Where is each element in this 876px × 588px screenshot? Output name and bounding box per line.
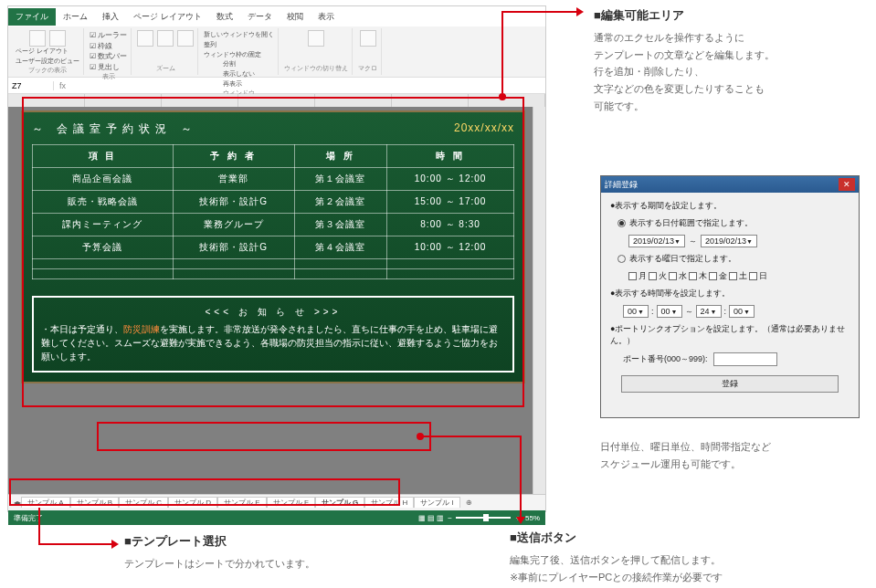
notice-box[interactable]: <<< お 知 ら せ >>> ・本日は予定通り、防災訓練を実施します。非常放送…	[32, 296, 514, 373]
table-cell[interactable]: 商品企画会議	[33, 168, 174, 191]
radio-label: 表示する日付範囲で指定します。	[629, 217, 753, 229]
sheet-tab[interactable]: サンプル A	[21, 497, 70, 508]
hide[interactable]: 表示しない	[223, 69, 255, 79]
weekday-checkbox[interactable]: 日	[749, 270, 767, 282]
arrange[interactable]: 整列	[204, 40, 274, 49]
split[interactable]: 分割	[223, 59, 255, 68]
sheet-tab[interactable]: サンプル I	[414, 497, 459, 508]
namebox[interactable]: Z7	[8, 81, 54, 90]
sheet-tab[interactable]: サンプル C	[119, 497, 168, 508]
radio-date-range[interactable]	[617, 219, 626, 227]
sheet-tab[interactable]: サンプル F	[267, 497, 315, 508]
date-to-combo[interactable]: 2019/02/13▼	[701, 235, 757, 247]
time-to-h[interactable]: 24▼	[696, 305, 722, 318]
table-cell[interactable]: 技術部・設計G	[173, 236, 294, 259]
add-sheet-icon[interactable]: ⊕	[460, 499, 478, 507]
table-cell[interactable]	[173, 259, 294, 269]
table-row[interactable]: 販売・戦略会議技術部・設計G第２会議室15:00 ～ 17:00	[33, 191, 514, 214]
time-from-m[interactable]: 00▼	[657, 305, 682, 318]
table-cell[interactable]	[294, 269, 386, 279]
board-title[interactable]: ～ 会議室予約状況 ～	[32, 121, 197, 137]
weekday-checkbox[interactable]: 水	[669, 270, 687, 282]
table-cell[interactable]: 10:00 ～ 12:00	[387, 236, 514, 259]
sheet-tab[interactable]: サンプル D	[168, 497, 217, 508]
tab-data[interactable]: データ	[240, 8, 280, 26]
tab-home[interactable]: ホーム	[56, 8, 95, 26]
table-cell[interactable]: 課内ミーティング	[33, 214, 174, 236]
port-input[interactable]	[713, 352, 777, 366]
weekday-checkbox[interactable]: 火	[649, 270, 667, 282]
ruler-checkbox[interactable]: ☑ ルーラー	[90, 30, 127, 40]
time-from-h[interactable]: 00▼	[623, 305, 649, 318]
table-cell[interactable]: 第１会議室	[294, 168, 386, 191]
weekday-checkbox[interactable]: 木	[689, 270, 707, 282]
table-cell[interactable]: 営業部	[173, 168, 294, 191]
table-cell[interactable]: 15:00 ～ 17:00	[387, 191, 514, 214]
tab-file[interactable]: ファイル	[8, 8, 56, 26]
formulabar-checkbox[interactable]: ☑ 数式バー	[90, 51, 127, 61]
gridlines-checkbox[interactable]: ☑ 枠線	[90, 41, 127, 51]
macro-icon[interactable]	[360, 30, 376, 47]
table-cell[interactable]: 業務グループ	[173, 214, 294, 236]
view-normal-icon[interactable]	[29, 30, 46, 47]
zoom-selection-icon[interactable]	[177, 30, 194, 47]
table-row[interactable]: 予算会議技術部・設計G第４会議室10:00 ～ 12:00	[33, 236, 514, 259]
sheet-tab[interactable]: サンプル H	[364, 497, 414, 508]
freeze[interactable]: ウィンドウ枠の固定	[204, 50, 274, 59]
unhide[interactable]: 再表示	[223, 79, 255, 89]
table-cell[interactable]	[294, 259, 386, 269]
zoom100-icon[interactable]	[157, 30, 174, 47]
fx-icon[interactable]: fx	[54, 81, 71, 90]
table-cell[interactable]: 第２会議室	[294, 191, 386, 214]
vertical-scrollbar[interactable]	[533, 107, 545, 494]
time-to-m[interactable]: 00▼	[729, 305, 755, 318]
board-date[interactable]: 20xx/xx/xx	[454, 121, 514, 137]
table-cell[interactable]	[33, 269, 174, 279]
close-icon[interactable]: ✕	[839, 178, 855, 191]
section-time: ●表示する時間帯を設定します。	[610, 288, 850, 299]
table-cell[interactable]: 10:00 ～ 12:00	[387, 168, 514, 191]
table-cell[interactable]: 販売・戦略会議	[33, 191, 174, 214]
new-window[interactable]: 新しいウィンドウを開く	[204, 30, 274, 39]
table-cell[interactable]: 8:00 ～ 8:30	[387, 214, 514, 236]
tab-pagelayout[interactable]: ページ レイアウト	[126, 8, 209, 26]
zoom-out-icon[interactable]: −	[448, 514, 452, 522]
ribbon-customview[interactable]: ユーザー設定のビュー	[16, 57, 79, 66]
weekday-checkbox[interactable]: 土	[729, 270, 747, 282]
weekday-checkbox[interactable]: 金	[709, 270, 727, 282]
weekday-checkbox[interactable]: 月	[628, 270, 647, 282]
formula-bar: Z7 fx	[8, 78, 545, 94]
headings-checkbox[interactable]: ☑ 見出し	[90, 62, 127, 72]
tab-view[interactable]: 表示	[311, 8, 342, 26]
tab-insert[interactable]: 挿入	[95, 8, 126, 26]
sheet-tab[interactable]: サンプル B	[70, 497, 120, 508]
table-cell[interactable]	[387, 259, 514, 269]
register-button[interactable]: 登録	[621, 375, 839, 393]
view-buttons-icon[interactable]: ▦ ▤ ▥	[418, 514, 444, 522]
table-row[interactable]: 商品企画会議営業部第１会議室10:00 ～ 12:00	[33, 168, 514, 191]
sheet-tab[interactable]: サンプル G	[315, 497, 364, 508]
table-row[interactable]	[33, 259, 514, 269]
zoom-slider[interactable]	[456, 517, 511, 519]
table-cell[interactable]	[173, 269, 294, 279]
date-from-combo[interactable]: 2019/02/13▼	[628, 235, 685, 247]
table-cell[interactable]: 技術部・設計G	[173, 191, 294, 214]
sheet-tab[interactable]: サンプル E	[217, 497, 267, 508]
table-row[interactable]: 課内ミーティング業務グループ第３会議室8:00 ～ 8:30	[33, 214, 514, 236]
ribbon-group-label: ブックの表示	[28, 66, 67, 75]
table-cell[interactable]: 第４会議室	[294, 236, 386, 259]
reservation-table[interactable]: 項 目 予 約 者 場 所 時 間 商品企画会議営業部第１会議室10:00 ～ …	[32, 144, 514, 279]
table-cell[interactable]	[387, 269, 514, 279]
dialog-title: 詳細登録	[605, 179, 638, 191]
zoom-icon[interactable]	[137, 30, 153, 47]
tab-formulas[interactable]: 数式	[209, 8, 240, 26]
tab-review[interactable]: 校閲	[280, 8, 311, 26]
switch-windows-icon[interactable]	[308, 30, 324, 47]
table-cell[interactable]	[33, 259, 174, 269]
ribbon-pagelayout[interactable]: ページ レイアウト	[16, 47, 79, 56]
table-row[interactable]	[33, 269, 514, 279]
view-pagebreak-icon[interactable]	[49, 30, 66, 47]
table-cell[interactable]: 第３会議室	[294, 214, 386, 236]
radio-weekdays[interactable]	[617, 255, 626, 263]
table-cell[interactable]: 予算会議	[33, 236, 174, 259]
